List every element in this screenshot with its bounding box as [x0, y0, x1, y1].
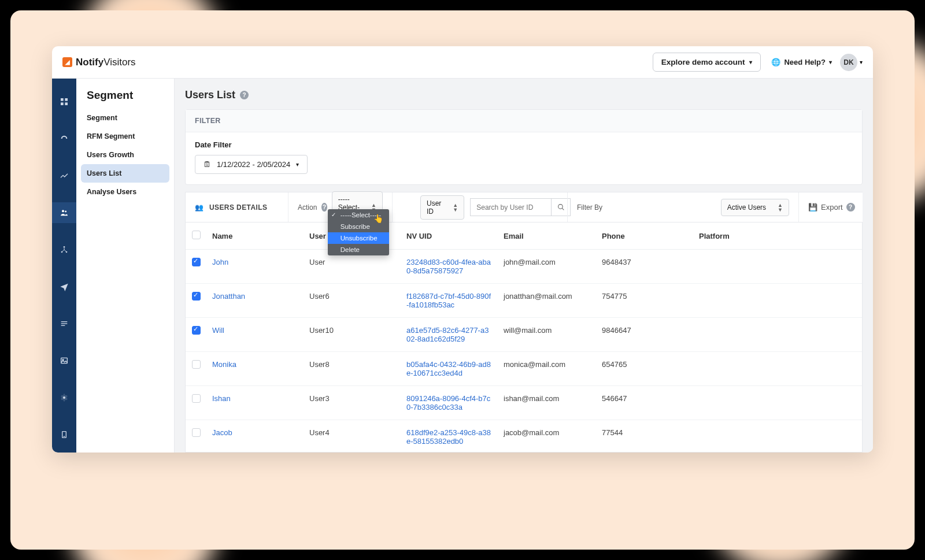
row-checkbox[interactable]	[192, 258, 201, 266]
brand-bold: Notify	[76, 57, 103, 68]
rail-analytics[interactable]	[52, 165, 76, 186]
table-row: JacobUser4618df9e2-a253-49c8-a38e-581553…	[186, 420, 862, 453]
table-row: JohnUser23248d83-c60d-4fea-aba0-8d5a7587…	[186, 250, 862, 284]
dropdown-option[interactable]: Delete	[328, 244, 389, 255]
user-name-link[interactable]: Jacob	[212, 428, 232, 437]
brand-light: Visitors	[103, 57, 135, 68]
rail-settings[interactable]	[52, 387, 76, 408]
email-cell: monica@mail.com	[498, 352, 596, 386]
user-id-cell: User8	[304, 352, 401, 386]
svg-point-17	[558, 205, 563, 209]
nav-rail	[52, 79, 76, 453]
need-help-button[interactable]: 🌐 Need Help? ▾	[771, 58, 832, 66]
nv-uid-link[interactable]: a61e57d5-82c6-4277-a302-8ad1c62d5f29	[406, 326, 492, 343]
nv-uid-link[interactable]: 618df9e2-a253-49c8-a38e-58155382edb0	[406, 428, 492, 446]
users-icon: 👥	[195, 203, 204, 212]
nv-uid-link[interactable]: 8091246a-8096-4cf4-b7c0-7b3386c0c33a	[406, 394, 492, 411]
sidebar-item[interactable]: Segment	[76, 109, 174, 127]
sidebar-item[interactable]: Users List	[81, 164, 169, 183]
user-name-link[interactable]: Monika	[212, 360, 236, 369]
phone-cell: 9846647	[596, 318, 693, 352]
platform-cell	[693, 250, 862, 284]
phone-cell: 754775	[596, 284, 693, 318]
action-select[interactable]: -----Select----- ▲▼ -----Select-----Subs…	[332, 191, 383, 224]
search-icon	[557, 203, 565, 211]
user-id-cell: User3	[304, 386, 401, 420]
rail-tree[interactable]	[52, 239, 76, 260]
user-id-cell: User6	[304, 284, 401, 318]
explore-demo-button[interactable]: Explore demo account ▾	[653, 53, 761, 72]
cursor-icon: 👆	[373, 214, 383, 223]
col-platform: Platform	[693, 222, 862, 250]
globe-icon: 🌐	[771, 58, 780, 66]
col-phone: Phone	[596, 222, 693, 250]
user-name-link[interactable]: John	[212, 258, 228, 266]
dropdown-option[interactable]: Unsubscribe	[328, 232, 389, 244]
main-content: Users List ? FILTER Date Filter 🗓 1/12/2…	[175, 79, 873, 453]
svg-point-5	[65, 211, 66, 213]
platform-cell	[693, 318, 862, 352]
platform-cell	[693, 386, 862, 420]
rail-list[interactable]	[52, 313, 76, 334]
rail-device[interactable]	[52, 424, 76, 445]
phone-cell: 9648437	[596, 250, 693, 284]
sidebar-item[interactable]: RFM Segment	[76, 127, 174, 146]
email-cell: john@mail.com	[498, 250, 596, 284]
svg-point-6	[64, 246, 65, 248]
row-checkbox[interactable]	[192, 326, 201, 335]
users-toolbar: 👥 USERS DETAILS Action ? -----Select----…	[185, 192, 863, 222]
chevron-down-icon: ▾	[296, 161, 299, 168]
select-all-checkbox[interactable]	[192, 231, 201, 239]
avatar: DK	[840, 54, 857, 71]
platform-cell	[693, 352, 862, 386]
page-title-row: Users List ?	[185, 89, 873, 109]
brand-logo[interactable]: NotifyVisitors	[62, 57, 136, 68]
row-checkbox[interactable]	[192, 360, 201, 369]
export-button[interactable]: 💾 Export ?	[808, 203, 855, 212]
email-cell: jacob@mail.com	[498, 420, 596, 453]
help-icon[interactable]: ?	[240, 91, 249, 99]
rail-dashboard[interactable]	[52, 91, 76, 112]
user-name-link[interactable]: Will	[212, 326, 224, 335]
nv-uid-link[interactable]: 23248d83-c60d-4fea-aba0-8d5a75875927	[406, 258, 492, 275]
phone-cell: 546647	[596, 386, 693, 420]
users-table: Name User NV UID Email Phone Platform Jo…	[185, 222, 863, 453]
help-icon[interactable]: ?	[321, 203, 327, 212]
action-label: Action	[298, 203, 317, 212]
rail-image[interactable]	[52, 350, 76, 371]
rail-send[interactable]	[52, 276, 76, 297]
svg-rect-2	[61, 102, 64, 105]
rail-users[interactable]	[52, 202, 76, 223]
topbar: NotifyVisitors Explore demo account ▾ 🌐 …	[52, 46, 873, 79]
user-menu[interactable]: DK ▾	[832, 54, 863, 71]
sort-arrows-icon: ▲▼	[453, 203, 458, 212]
nv-uid-link[interactable]: b05afa4c-0432-46b9-ad8e-10671cc3ed4d	[406, 360, 492, 377]
table-row: MonikaUser8b05afa4c-0432-46b9-ad8e-10671…	[186, 352, 862, 386]
user-id-cell: User10	[304, 318, 401, 352]
row-checkbox[interactable]	[192, 428, 201, 437]
table-row: WillUser10a61e57d5-82c6-4277-a302-8ad1c6…	[186, 318, 862, 352]
svg-point-4	[62, 210, 64, 212]
sidebar-title: Segment	[76, 89, 174, 109]
row-checkbox[interactable]	[192, 394, 201, 403]
date-range-text: 1/12/2022 - 2/05/2024	[217, 160, 290, 169]
user-name-link[interactable]: Ishan	[212, 394, 231, 403]
user-name-link[interactable]: Jonatthan	[212, 292, 245, 301]
help-icon[interactable]: ?	[846, 203, 855, 212]
sidebar-item[interactable]: Analyse Users	[76, 183, 174, 201]
email-cell: will@mail.com	[498, 318, 596, 352]
userid-type-value: User ID	[427, 199, 441, 216]
nv-uid-link[interactable]: f182687d-c7bf-45d0-890f-fa1018fb53ac	[406, 292, 492, 309]
search-input[interactable]	[470, 198, 551, 216]
sidebar-item[interactable]: Users Growth	[76, 146, 174, 164]
sort-arrows-icon: ▲▼	[778, 203, 783, 212]
svg-rect-0	[61, 98, 64, 101]
filterby-label: Filter By	[577, 203, 602, 212]
date-range-button[interactable]: 🗓 1/12/2022 - 2/05/2024 ▾	[195, 155, 308, 174]
table-row: IshanUser38091246a-8096-4cf4-b7c0-7b3386…	[186, 386, 862, 420]
page-title: Users List	[185, 89, 235, 101]
userid-type-select[interactable]: User ID ▲▼	[420, 195, 464, 220]
filterby-select[interactable]: Active Users ▲▼	[721, 199, 789, 216]
row-checkbox[interactable]	[192, 292, 201, 301]
rail-gauge[interactable]	[52, 128, 76, 149]
